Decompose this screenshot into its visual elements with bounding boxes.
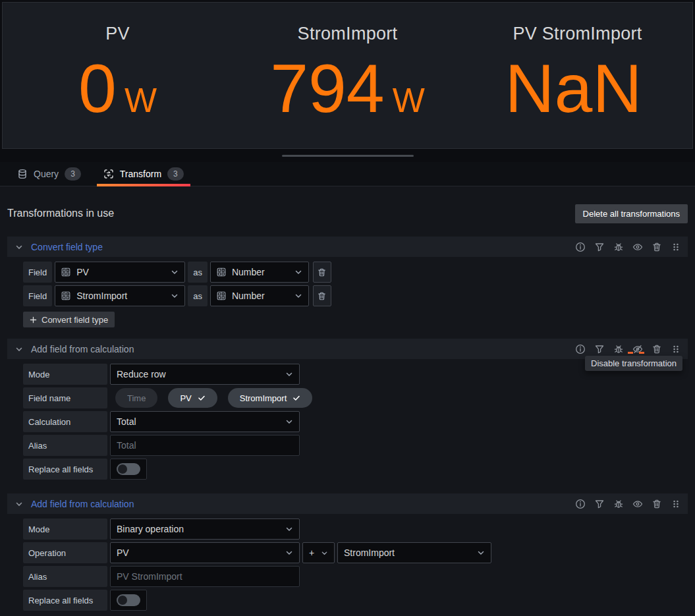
disable-transformation-tooltip: Disable transformation xyxy=(585,356,682,371)
stat-unit: W xyxy=(125,83,157,117)
focus-dash xyxy=(639,352,644,354)
convert-type-select-1[interactable]: Number xyxy=(210,262,309,283)
drag-handle-icon[interactable] xyxy=(671,344,681,354)
calculation-select[interactable]: Total xyxy=(110,411,300,432)
chevron-down-icon[interactable] xyxy=(15,243,23,251)
replace-all-fields-toggle[interactable] xyxy=(110,459,147,480)
debug-icon[interactable] xyxy=(613,242,624,252)
drag-handle-icon[interactable] xyxy=(671,242,681,252)
pill-label: PV xyxy=(180,393,191,403)
tab-transform[interactable]: Transform 3 xyxy=(97,162,190,186)
selected-value: Total xyxy=(117,416,136,427)
panel-edit-preview: PV 0 W StromImport 794 W PV StromImport xyxy=(0,0,695,149)
info-icon[interactable] xyxy=(575,242,586,252)
trash-icon[interactable] xyxy=(652,242,662,252)
tab-bar: Query 3 Transform 3 xyxy=(0,162,695,186)
convert-type-select-2[interactable]: Number xyxy=(210,285,309,306)
remove-conversion-button[interactable] xyxy=(313,285,331,306)
selected-value: Number xyxy=(232,291,265,301)
field-label: Field xyxy=(23,285,52,306)
chevron-down-icon xyxy=(477,549,485,557)
add-button-label: Convert field type xyxy=(42,315,108,325)
trash-icon[interactable] xyxy=(652,344,662,354)
check-icon xyxy=(292,394,300,402)
selected-value: PV xyxy=(117,547,129,558)
transformation-title[interactable]: Add field from calculation xyxy=(31,499,134,509)
info-icon[interactable] xyxy=(575,499,586,509)
transformation-add-field-binary: Add field from calculation xyxy=(7,493,688,616)
field-name-label: Field name xyxy=(23,387,107,408)
tab-transform-label: Transform xyxy=(120,169,161,179)
stat-value: 794 xyxy=(270,54,385,123)
stat-panel: PV 0 W StromImport 794 W PV StromImport xyxy=(2,2,693,149)
replace-all-fields-label: Replace all fields xyxy=(23,459,107,480)
convert-field-select-2[interactable]: StromImport xyxy=(55,285,185,306)
stat-title: StromImport xyxy=(298,24,398,44)
field-pill-pv[interactable]: PV xyxy=(168,388,217,408)
add-convert-field-type-button[interactable]: Convert field type xyxy=(23,312,115,327)
selected-value: + xyxy=(309,547,314,558)
tab-transform-count-badge: 3 xyxy=(167,167,184,181)
selected-value: StromImport xyxy=(76,291,127,301)
operation-right-select[interactable]: StromImport xyxy=(337,542,491,563)
stat-value: NaN xyxy=(505,54,642,123)
mode-label: Mode xyxy=(23,364,107,385)
eye-icon[interactable] xyxy=(632,499,643,509)
field-pill-stromimport[interactable]: StromImport xyxy=(228,388,313,408)
remove-conversion-button[interactable] xyxy=(313,262,331,283)
debug-icon[interactable] xyxy=(613,499,624,509)
field-type-icon xyxy=(217,291,226,300)
as-label: as xyxy=(188,285,208,306)
chevron-down-icon xyxy=(285,525,293,533)
database-icon xyxy=(17,169,28,179)
info-icon[interactable] xyxy=(575,344,586,354)
alias-input[interactable] xyxy=(110,435,300,456)
chevron-down-icon xyxy=(171,268,179,276)
chevron-down-icon xyxy=(285,549,293,557)
page-title: Transformations in use xyxy=(7,208,114,219)
operator-select[interactable]: + xyxy=(302,542,335,563)
transform-tab-content: Transformations in use Delete all transf… xyxy=(0,205,695,616)
transform-icon xyxy=(103,169,114,179)
stat-pv-stromimport: PV StromImport NaN xyxy=(462,3,692,148)
field-pill-time[interactable]: Time xyxy=(115,388,157,408)
chevron-down-icon xyxy=(285,418,293,426)
eye-icon[interactable] xyxy=(632,242,643,252)
tab-query[interactable]: Query 3 xyxy=(11,162,88,186)
filter-icon[interactable] xyxy=(594,242,605,252)
chevron-down-icon[interactable] xyxy=(15,500,23,508)
alias-label: Alias xyxy=(23,435,107,456)
chevron-down-icon[interactable] xyxy=(15,345,23,353)
filter-icon[interactable] xyxy=(594,499,605,509)
calculation-label: Calculation xyxy=(23,411,107,432)
focus-dash xyxy=(628,352,633,354)
stat-unit: W xyxy=(393,83,425,117)
drag-handle-icon[interactable] xyxy=(671,499,681,509)
transformation-title[interactable]: Convert field type xyxy=(31,242,103,252)
selected-value: Binary operation xyxy=(117,524,184,534)
trash-icon[interactable] xyxy=(652,499,662,509)
delete-all-transformations-button[interactable]: Delete all transformations xyxy=(575,204,688,223)
replace-all-fields-toggle[interactable] xyxy=(110,590,147,611)
stat-value: 0 xyxy=(78,54,117,123)
plus-icon xyxy=(30,316,37,323)
pane-splitter xyxy=(0,149,695,162)
alias-input[interactable] xyxy=(110,566,300,587)
chevron-down-icon xyxy=(171,292,179,300)
mode-select[interactable]: Binary operation xyxy=(110,518,300,540)
field-type-icon xyxy=(217,267,226,277)
convert-field-select-1[interactable]: PV xyxy=(55,262,185,283)
transformation-convert-field-type: Convert field type xyxy=(7,237,688,339)
operation-label: Operation xyxy=(23,542,107,563)
selected-value: Reduce row xyxy=(117,369,166,379)
selected-value: StromImport xyxy=(344,547,395,558)
mode-label: Mode xyxy=(23,518,107,540)
debug-icon[interactable] xyxy=(613,344,624,354)
stat-title: PV StromImport xyxy=(513,24,642,44)
splitter-drag-handle[interactable] xyxy=(282,155,414,157)
filter-icon[interactable] xyxy=(594,344,605,354)
stat-stromimport: StromImport 794 W xyxy=(233,3,462,148)
transformation-title[interactable]: Add field from calculation xyxy=(31,344,134,354)
operation-left-select[interactable]: PV xyxy=(110,542,300,563)
mode-select[interactable]: Reduce row xyxy=(110,364,300,385)
